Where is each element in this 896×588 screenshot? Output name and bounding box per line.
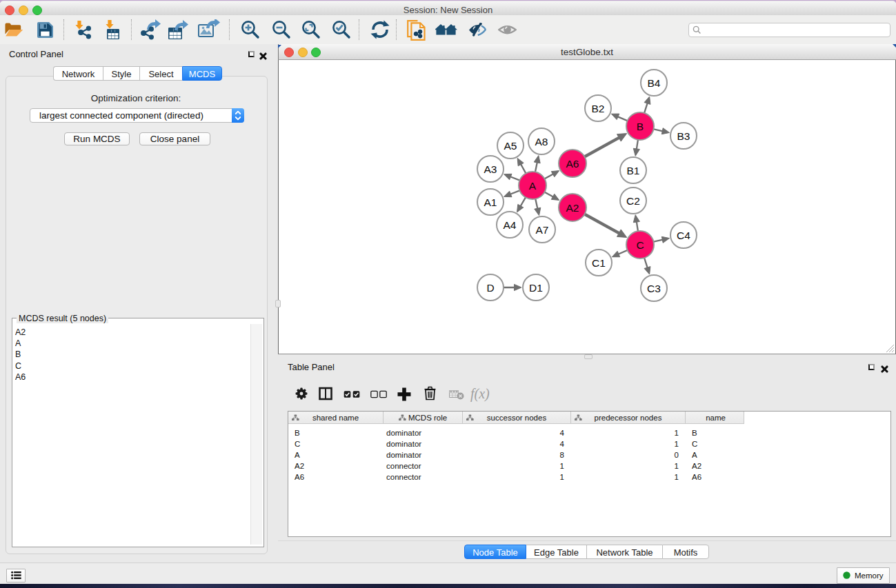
svg-text:C3: C3 (647, 283, 661, 294)
svg-text:B3: B3 (677, 130, 690, 142)
svg-text:C2: C2 (626, 195, 640, 207)
svg-text:A7: A7 (536, 224, 549, 236)
svg-text:B2: B2 (592, 103, 605, 114)
svg-text:D1: D1 (529, 282, 543, 294)
svg-text:B: B (637, 121, 644, 132)
svg-text:B1: B1 (627, 165, 640, 176)
svg-text:C1: C1 (592, 257, 606, 269)
svg-text:D: D (486, 282, 494, 294)
svg-text:A4: A4 (504, 219, 517, 231)
svg-text:A1: A1 (484, 196, 497, 208)
svg-text:B4: B4 (648, 77, 661, 89)
svg-text:C4: C4 (677, 230, 690, 241)
svg-text:A5: A5 (504, 140, 517, 152)
svg-text:A8: A8 (535, 136, 548, 148)
svg-text:A3: A3 (484, 163, 497, 175)
svg-text:A6: A6 (566, 158, 579, 170)
svg-text:A2: A2 (566, 202, 579, 214)
svg-text:C: C (636, 239, 644, 251)
svg-text:A: A (529, 180, 537, 192)
